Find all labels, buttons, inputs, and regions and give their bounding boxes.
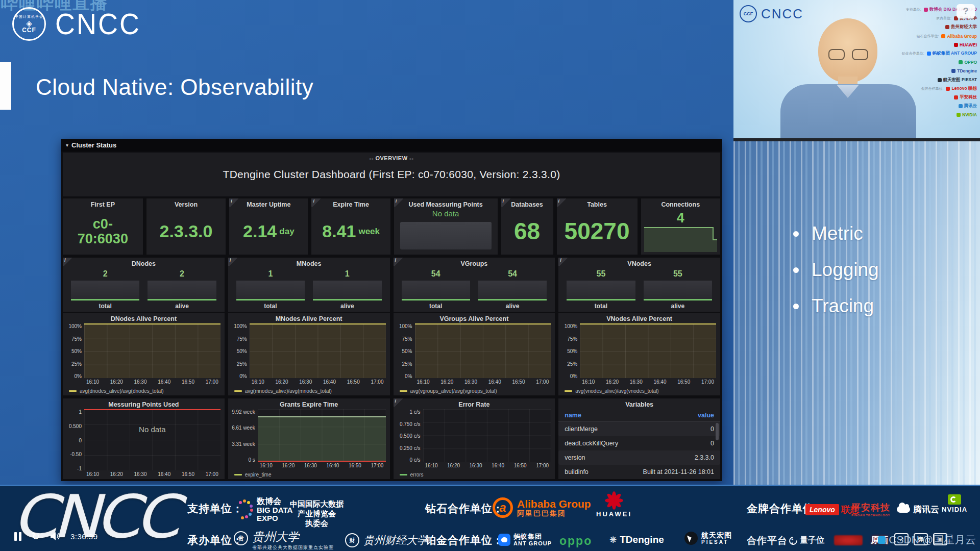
panel-title[interactable]: Variables (558, 398, 720, 408)
panel-title[interactable]: VGroups (394, 258, 555, 267)
chart-legend[interactable]: expire_time (228, 470, 390, 479)
threshold-line (84, 409, 220, 410)
panel-title[interactable]: VGroups Alive Percent (394, 313, 555, 322)
panel-dnodes-alive-percent[interactable]: DNodes Alive Percent 100%75%50%25%0% 16:… (63, 313, 225, 395)
sponsor-logo-icon (945, 25, 949, 29)
plot-area: No data (84, 409, 220, 470)
legend-label[interactable]: errors (410, 472, 424, 478)
panel-version[interactable]: Version 2.3.3.0 (146, 198, 226, 255)
sponsor-logo-icon (957, 113, 961, 117)
dashboard-row-header[interactable]: ▾ Cluster Status (61, 139, 722, 152)
bullet-list: Metric Logging Tracing (812, 223, 879, 332)
info-icon[interactable]: i (558, 258, 568, 266)
panel-title[interactable]: Tables (557, 198, 638, 208)
panel-used-measuring-points[interactable]: i Used Meassuring Points No data (394, 198, 498, 255)
info-icon[interactable]: i (557, 198, 566, 207)
expo-committee-text: 中国国际大数据 产业博览会 执委会 (290, 499, 344, 528)
panel-title[interactable]: MNodes Alive Percent (228, 313, 390, 322)
panel-variables[interactable]: Variables name value clientMerge 0 deadL… (558, 398, 720, 479)
stat-unit: week (358, 227, 380, 236)
info-icon[interactable]: i (229, 198, 238, 207)
cloud-icon (897, 506, 910, 513)
info-icon[interactable]: i (394, 398, 403, 407)
gauge-total: 55 total (567, 268, 635, 310)
refresh-icon[interactable]: ↻ (32, 532, 40, 541)
gauge-total: 1 total (236, 268, 305, 310)
panel-grants-expire-time[interactable]: Grants Expire Time 9.92 week6.61 week3.3… (228, 398, 390, 479)
panel-title[interactable]: Messuring Points Used (63, 398, 225, 408)
panel-title[interactable]: VNodes Alive Percent (558, 313, 720, 322)
panel-title[interactable]: Grants Expire Time (228, 398, 390, 408)
x-axis: 16:1016:2016:3016:4016:5017:00 (423, 462, 551, 470)
table-row[interactable]: buildinfo Built at 2021-11-26 18:01 (558, 465, 720, 479)
info-icon[interactable]: i (501, 198, 510, 207)
column-name[interactable]: name (565, 412, 581, 419)
sponsor-logo-icon (924, 8, 928, 12)
panel-vnodes[interactable]: i VNodes 55 total 55 alive (558, 258, 720, 312)
panel-vnodes-alive-percent[interactable]: VNodes Alive Percent 100%75%50%25%0% 16:… (558, 313, 720, 395)
scrollbar[interactable] (716, 423, 719, 440)
panel-expire-time[interactable]: i Expire Time 8.41 week (311, 198, 390, 255)
chart-legend[interactable]: avg(mnodes_alive)/avg(mnodes_total) (228, 387, 390, 395)
presenter-video[interactable]: CCF CNCC 支持单位: 数博会 BIG DATA EXPO 承办单位: 贵… (733, 0, 980, 141)
panel-vgroups[interactable]: i VGroups 54 total 54 alive (394, 258, 555, 312)
column-value[interactable]: value (698, 412, 714, 419)
table-row[interactable]: version 2.3.3.0 (558, 450, 720, 465)
info-icon[interactable]: i (228, 258, 237, 266)
panel-title[interactable]: MNodes (228, 258, 390, 267)
panel-title[interactable]: Connections (641, 198, 721, 208)
panel-title[interactable]: DNodes (63, 258, 225, 267)
panel-error-rate[interactable]: i Error Rate 1 c/s0.750 c/s0.500 c/s0.25… (394, 398, 555, 479)
chart-legend[interactable]: errors (394, 470, 555, 479)
chart-legend[interactable]: avg(vgroups_alive)/avg(vgroups_total) (394, 387, 555, 395)
table-row[interactable]: deadLockKillQuery 0 (558, 436, 720, 450)
chart-legend[interactable]: avg(dnodes_alive)/avg(dnodes_total) (63, 387, 225, 395)
ccf-diamond-icon: ◈ (26, 20, 32, 27)
legend-label[interactable]: expire_time (245, 472, 272, 478)
info-icon[interactable]: i (311, 198, 321, 207)
alibaba-icon: a (493, 497, 513, 518)
sponsor-chip: OPPO (959, 60, 977, 65)
info-icon[interactable]: i (394, 258, 403, 266)
panel-title[interactable]: DNodes Alive Percent (63, 313, 225, 322)
gauge-total: 2 total (71, 268, 139, 310)
panel-title[interactable]: Master Uptime (229, 198, 308, 208)
panel-mnodes[interactable]: i MNodes 1 total 1 alive (228, 258, 390, 312)
no-data-text: No data (84, 425, 220, 434)
sponsor-logo-icon (954, 43, 958, 47)
panel-title[interactable]: First EP (63, 198, 143, 208)
guizhou-finance-university-logo: 财 贵州财经大学 (345, 533, 428, 547)
help-button[interactable]: ? (957, 4, 975, 18)
x-axis: 16:1016:2016:3016:4016:5017:00 (415, 378, 551, 387)
panel-title[interactable]: Expire Time (311, 198, 390, 208)
panel-title[interactable]: Version (146, 198, 226, 208)
panel-connections[interactable]: Connections 4 (641, 198, 721, 255)
panel-vgroups-alive-percent[interactable]: VGroups Alive Percent 100%75%50%25%0% 16… (394, 313, 555, 395)
panel-first-ep[interactable]: First EP c0-70:6030 (63, 198, 143, 255)
chart-legend[interactable]: avg(vnodes_alive)/avg(vnodes_total) (558, 387, 720, 395)
panel-title[interactable]: Error Rate (394, 398, 555, 408)
info-icon[interactable]: i (63, 258, 72, 266)
sparkline-area (644, 227, 718, 252)
panel-tables[interactable]: i Tables 50270 (557, 198, 638, 255)
panel-mnodes-alive-percent[interactable]: MNodes Alive Percent 100%75%50%25%0% 16:… (228, 313, 390, 395)
panel-databases[interactable]: i Databases 68 (501, 198, 553, 255)
legend-label[interactable]: avg(vgroups_alive)/avg(vgroups_total) (410, 388, 497, 394)
legend-label[interactable]: avg(vnodes_alive)/avg(vnodes_total) (575, 388, 658, 394)
legend-label[interactable]: avg(dnodes_alive)/avg(dnodes_total) (80, 388, 164, 394)
panel-dnodes[interactable]: i DNodes 2 total 2 alive (63, 258, 225, 312)
gauge-bar (644, 281, 712, 300)
info-icon[interactable]: i (394, 198, 403, 207)
sponsor-logo-icon (938, 78, 942, 82)
collapse-caret-icon[interactable]: ▾ (66, 142, 68, 148)
panel-title[interactable]: VNodes (558, 258, 720, 267)
huawei-flower-icon (603, 491, 625, 510)
pause-button[interactable] (14, 532, 21, 541)
red-partner-logo (834, 535, 863, 545)
panel-master-uptime[interactable]: i Master Uptime 2.14 day (229, 198, 308, 255)
panel-messuring-points-used[interactable]: Messuring Points Used 10.5000-0.50-1 No … (63, 398, 225, 479)
legend-label[interactable]: avg(mnodes_alive)/avg(mnodes_total) (245, 388, 332, 394)
panel-title[interactable]: Used Meassuring Points (394, 198, 498, 208)
volume-icon[interactable] (50, 532, 60, 541)
table-row[interactable]: clientMerge 0 (558, 422, 720, 436)
